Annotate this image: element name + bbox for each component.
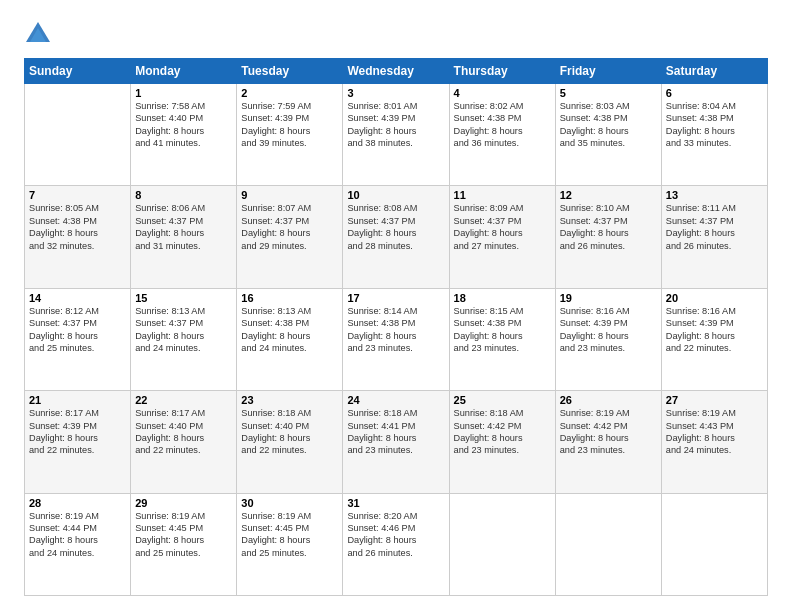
calendar-cell: 19Sunrise: 8:16 AMSunset: 4:39 PMDayligh… <box>555 288 661 390</box>
daylight-text-2: and 41 minutes. <box>135 138 200 148</box>
sunrise-text: Sunrise: 8:08 AM <box>347 203 417 213</box>
daylight-text: Daylight: 8 hours <box>241 228 310 238</box>
sunset-text: Sunset: 4:37 PM <box>454 216 522 226</box>
daylight-text-2: and 24 minutes. <box>135 343 200 353</box>
sunset-text: Sunset: 4:39 PM <box>666 318 734 328</box>
calendar-cell: 21Sunrise: 8:17 AMSunset: 4:39 PMDayligh… <box>25 391 131 493</box>
calendar-cell: 22Sunrise: 8:17 AMSunset: 4:40 PMDayligh… <box>131 391 237 493</box>
day-number: 27 <box>666 394 763 406</box>
sunset-text: Sunset: 4:37 PM <box>29 318 97 328</box>
sunrise-text: Sunrise: 8:18 AM <box>347 408 417 418</box>
daylight-text: Daylight: 8 hours <box>29 535 98 545</box>
header <box>24 20 768 48</box>
calendar-cell: 27Sunrise: 8:19 AMSunset: 4:43 PMDayligh… <box>661 391 767 493</box>
daylight-text-2: and 22 minutes. <box>29 445 94 455</box>
day-number: 26 <box>560 394 657 406</box>
day-number: 24 <box>347 394 444 406</box>
day-info: Sunrise: 7:59 AMSunset: 4:39 PMDaylight:… <box>241 100 338 150</box>
daylight-text-2: and 31 minutes. <box>135 241 200 251</box>
daylight-text: Daylight: 8 hours <box>347 331 416 341</box>
sunset-text: Sunset: 4:42 PM <box>454 421 522 431</box>
sunset-text: Sunset: 4:40 PM <box>241 421 309 431</box>
calendar-week-1: 7Sunrise: 8:05 AMSunset: 4:38 PMDaylight… <box>25 186 768 288</box>
day-info: Sunrise: 8:17 AMSunset: 4:39 PMDaylight:… <box>29 407 126 457</box>
calendar-table: SundayMondayTuesdayWednesdayThursdayFrid… <box>24 58 768 596</box>
sunrise-text: Sunrise: 8:04 AM <box>666 101 736 111</box>
daylight-text-2: and 26 minutes. <box>347 548 412 558</box>
day-number: 14 <box>29 292 126 304</box>
day-number: 30 <box>241 497 338 509</box>
calendar-cell: 24Sunrise: 8:18 AMSunset: 4:41 PMDayligh… <box>343 391 449 493</box>
day-number: 1 <box>135 87 232 99</box>
day-number: 10 <box>347 189 444 201</box>
calendar-cell: 1Sunrise: 7:58 AMSunset: 4:40 PMDaylight… <box>131 84 237 186</box>
day-number: 20 <box>666 292 763 304</box>
daylight-text: Daylight: 8 hours <box>135 331 204 341</box>
day-number: 19 <box>560 292 657 304</box>
day-info: Sunrise: 8:19 AMSunset: 4:45 PMDaylight:… <box>241 510 338 560</box>
daylight-text: Daylight: 8 hours <box>560 126 629 136</box>
day-info: Sunrise: 8:12 AMSunset: 4:37 PMDaylight:… <box>29 305 126 355</box>
day-info: Sunrise: 8:16 AMSunset: 4:39 PMDaylight:… <box>666 305 763 355</box>
calendar-cell: 2Sunrise: 7:59 AMSunset: 4:39 PMDaylight… <box>237 84 343 186</box>
day-info: Sunrise: 8:20 AMSunset: 4:46 PMDaylight:… <box>347 510 444 560</box>
sunrise-text: Sunrise: 8:20 AM <box>347 511 417 521</box>
day-info: Sunrise: 8:17 AMSunset: 4:40 PMDaylight:… <box>135 407 232 457</box>
calendar-cell <box>661 493 767 595</box>
day-info: Sunrise: 8:13 AMSunset: 4:37 PMDaylight:… <box>135 305 232 355</box>
calendar-week-4: 28Sunrise: 8:19 AMSunset: 4:44 PMDayligh… <box>25 493 768 595</box>
sunset-text: Sunset: 4:46 PM <box>347 523 415 533</box>
sunrise-text: Sunrise: 8:14 AM <box>347 306 417 316</box>
day-number: 25 <box>454 394 551 406</box>
day-number: 23 <box>241 394 338 406</box>
daylight-text-2: and 23 minutes. <box>454 445 519 455</box>
sunrise-text: Sunrise: 8:15 AM <box>454 306 524 316</box>
daylight-text-2: and 26 minutes. <box>666 241 731 251</box>
sunrise-text: Sunrise: 7:59 AM <box>241 101 311 111</box>
sunrise-text: Sunrise: 8:05 AM <box>29 203 99 213</box>
day-info: Sunrise: 8:18 AMSunset: 4:40 PMDaylight:… <box>241 407 338 457</box>
calendar-cell: 31Sunrise: 8:20 AMSunset: 4:46 PMDayligh… <box>343 493 449 595</box>
daylight-text-2: and 23 minutes. <box>560 445 625 455</box>
daylight-text-2: and 25 minutes. <box>135 548 200 558</box>
daylight-text: Daylight: 8 hours <box>347 228 416 238</box>
day-info: Sunrise: 8:09 AMSunset: 4:37 PMDaylight:… <box>454 202 551 252</box>
day-number: 5 <box>560 87 657 99</box>
daylight-text-2: and 22 minutes. <box>666 343 731 353</box>
daylight-text-2: and 38 minutes. <box>347 138 412 148</box>
day-info: Sunrise: 8:19 AMSunset: 4:45 PMDaylight:… <box>135 510 232 560</box>
sunrise-text: Sunrise: 8:07 AM <box>241 203 311 213</box>
day-number: 22 <box>135 394 232 406</box>
daylight-text: Daylight: 8 hours <box>135 228 204 238</box>
sunrise-text: Sunrise: 8:19 AM <box>560 408 630 418</box>
day-number: 9 <box>241 189 338 201</box>
daylight-text: Daylight: 8 hours <box>135 535 204 545</box>
calendar-header-row: SundayMondayTuesdayWednesdayThursdayFrid… <box>25 59 768 84</box>
daylight-text: Daylight: 8 hours <box>560 228 629 238</box>
sunset-text: Sunset: 4:38 PM <box>241 318 309 328</box>
daylight-text-2: and 22 minutes. <box>135 445 200 455</box>
calendar-cell: 18Sunrise: 8:15 AMSunset: 4:38 PMDayligh… <box>449 288 555 390</box>
sunrise-text: Sunrise: 8:16 AM <box>666 306 736 316</box>
sunrise-text: Sunrise: 8:06 AM <box>135 203 205 213</box>
day-number: 16 <box>241 292 338 304</box>
calendar-header-saturday: Saturday <box>661 59 767 84</box>
calendar-cell: 25Sunrise: 8:18 AMSunset: 4:42 PMDayligh… <box>449 391 555 493</box>
daylight-text: Daylight: 8 hours <box>241 331 310 341</box>
daylight-text-2: and 35 minutes. <box>560 138 625 148</box>
calendar-cell: 4Sunrise: 8:02 AMSunset: 4:38 PMDaylight… <box>449 84 555 186</box>
calendar-cell: 28Sunrise: 8:19 AMSunset: 4:44 PMDayligh… <box>25 493 131 595</box>
daylight-text: Daylight: 8 hours <box>29 228 98 238</box>
daylight-text: Daylight: 8 hours <box>241 126 310 136</box>
sunrise-text: Sunrise: 8:18 AM <box>241 408 311 418</box>
daylight-text: Daylight: 8 hours <box>560 331 629 341</box>
sunset-text: Sunset: 4:45 PM <box>241 523 309 533</box>
sunset-text: Sunset: 4:39 PM <box>560 318 628 328</box>
sunset-text: Sunset: 4:40 PM <box>135 113 203 123</box>
day-info: Sunrise: 8:16 AMSunset: 4:39 PMDaylight:… <box>560 305 657 355</box>
daylight-text-2: and 24 minutes. <box>241 343 306 353</box>
calendar-cell <box>449 493 555 595</box>
calendar-cell: 17Sunrise: 8:14 AMSunset: 4:38 PMDayligh… <box>343 288 449 390</box>
daylight-text: Daylight: 8 hours <box>29 331 98 341</box>
daylight-text-2: and 39 minutes. <box>241 138 306 148</box>
